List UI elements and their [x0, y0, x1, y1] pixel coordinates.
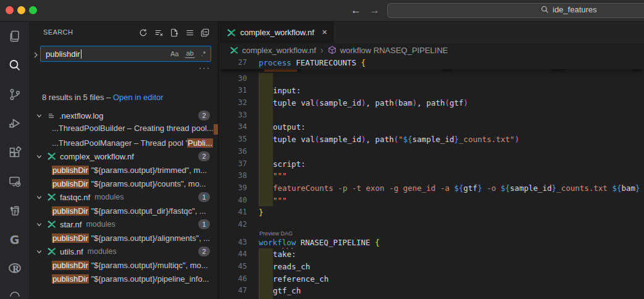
result-file-row[interactable]: utils.nfmodules2: [29, 245, 218, 258]
run-and-debug-icon[interactable]: [0, 109, 29, 138]
code-editor[interactable]: 27process FEATURECOUNTS { 3031input:32tu…: [219, 57, 644, 299]
code-line[interactable]: 39featureCounts -p -t exon -g gene_id -a…: [219, 182, 644, 195]
breadcrumb-symbol[interactable]: workflow RNASEQ_PIPELINE: [340, 46, 448, 55]
match-case-toggle[interactable]: Aa: [169, 49, 180, 58]
results-summary: 8 results in 5 files – Open in editor: [42, 93, 164, 102]
indent-scope-highlight: [259, 146, 273, 158]
tab-complex-workflow[interactable]: complex_workflow.nf ✕: [219, 22, 333, 43]
zoom-window-button[interactable]: [29, 6, 37, 14]
line-number: 44: [219, 248, 255, 261]
toggle-replace-chevron-icon[interactable]: [33, 50, 39, 61]
gitlens-icon[interactable]: G: [0, 225, 29, 254]
source-control-icon[interactable]: [0, 80, 29, 109]
code-line[interactable]: 40""": [219, 195, 644, 207]
result-match-row[interactable]: publishDir "${params.output}/alignments"…: [29, 231, 218, 245]
titlebar: ← → ide_features: [0, 0, 644, 22]
code-text: workflow RNASEQ_PIPELINE {: [259, 238, 380, 247]
code-line[interactable]: 44take:: [219, 248, 644, 261]
result-match-row[interactable]: ...ThreadPoolBuilder – Creating thread p…: [29, 122, 218, 136]
navigate-back-icon[interactable]: ←: [351, 4, 361, 17]
code-line[interactable]: 36: [219, 146, 644, 158]
search-view-icon[interactable]: [0, 51, 29, 80]
code-lines: 3031input:32tuple val(sample_id), path(b…: [219, 73, 644, 299]
result-match-row[interactable]: publishDir "${params.output}/trimmed", m…: [29, 163, 218, 177]
open-new-search-editor-icon[interactable]: [169, 28, 179, 38]
code-content: [255, 219, 644, 231]
token-pln: tuple val: [273, 98, 315, 107]
result-match-row[interactable]: publishDir "${params.output_dir}/fastqc"…: [29, 204, 218, 217]
view-as-list-icon[interactable]: [185, 28, 194, 38]
code-content: workflow RNASEQ_PIPELINE {···: [255, 237, 644, 249]
whole-word-toggle[interactable]: ab: [185, 49, 194, 58]
result-file-row[interactable]: fastqc.nfmodules1: [29, 190, 218, 204]
close-tab-icon[interactable]: ✕: [322, 28, 327, 36]
code-content: reference_ch: [255, 273, 644, 285]
result-match-row[interactable]: publishDir "${params.output}/multiqc", m…: [29, 258, 218, 272]
code-line[interactable]: 37script:: [219, 158, 644, 171]
match-count-badge: 1: [198, 219, 210, 229]
code-line[interactable]: 27process FEATURECOUNTS {: [219, 57, 644, 69]
code-line[interactable]: 47gtf_ch: [219, 285, 644, 297]
code-line[interactable]: 41}: [219, 206, 644, 219]
refresh-icon[interactable]: [138, 28, 148, 38]
match-context: "${params.output}/alignments", ...: [89, 234, 210, 243]
result-file-row[interactable]: complex_workflow.nf2: [29, 150, 218, 163]
code-line[interactable]: 43workflow RNASEQ_PIPELINE {···: [219, 237, 644, 249]
code-line[interactable]: 34output:: [219, 121, 644, 133]
breadcrumb-file[interactable]: complex_workflow.nf: [242, 46, 316, 55]
tab-label: complex_workflow.nf: [240, 28, 314, 37]
remote-explorer-icon[interactable]: [0, 167, 29, 196]
chevron-down-icon[interactable]: [36, 248, 43, 255]
code-line[interactable]: 33: [219, 109, 644, 122]
navigate-forward-icon[interactable]: →: [369, 4, 380, 17]
code-line[interactable]: 32tuple val(sample_id), path(bam), path(…: [219, 97, 644, 109]
code-line[interactable]: 38""": [219, 170, 644, 182]
search-input[interactable]: publishdir Aa ab .*: [40, 46, 211, 62]
code-line[interactable]: 31input:: [219, 85, 644, 97]
codelens-preview-dag[interactable]: Preview DAG: [219, 231, 644, 237]
explorer-icon[interactable]: [0, 22, 29, 51]
extensions-icon[interactable]: [0, 138, 29, 167]
match-highlight: Publi...: [187, 138, 213, 148]
minimize-window-button[interactable]: [17, 6, 25, 14]
open-in-editor-link[interactable]: Open in editor: [113, 93, 164, 102]
tab-bar: complex_workflow.nf ✕: [219, 22, 644, 43]
result-file-row[interactable]: star.nfmodules1: [29, 217, 218, 231]
token-par: ): [361, 135, 366, 144]
code-line[interactable]: 35tuple val(sample_id), path("${sample_i…: [219, 133, 644, 146]
token-brc: {: [361, 58, 366, 67]
collapse-all-icon[interactable]: [200, 28, 210, 38]
token-itp: ${: [454, 183, 464, 193]
chevron-down-icon[interactable]: [36, 112, 43, 119]
token-par: ): [464, 98, 469, 107]
token-pln: script:: [273, 159, 306, 169]
code-line[interactable]: 30: [219, 73, 644, 85]
code-line[interactable]: 46reference_ch: [219, 273, 644, 285]
result-match-row[interactable]: ...ThreadPoolManager – Thread pool 'Publ…: [29, 136, 218, 150]
r-language-icon[interactable]: R: [0, 254, 29, 283]
chevron-down-icon[interactable]: [36, 194, 43, 201]
line-number: 34: [219, 121, 255, 133]
indent-scope-highlight: [259, 170, 273, 182]
result-match-row[interactable]: publishDir "${params.output}/pipeline_in…: [29, 272, 218, 285]
code-content: }: [255, 206, 644, 219]
chevron-down-icon[interactable]: [36, 153, 43, 160]
code-text: }: [259, 208, 264, 217]
command-center[interactable]: ide_features: [387, 3, 644, 18]
code-line[interactable]: 45reads_ch: [219, 261, 644, 273]
line-number: 31: [219, 85, 255, 97]
indent-scope-highlight: [259, 195, 273, 207]
code-content: """: [255, 195, 644, 207]
document-sync-icon[interactable]: [0, 196, 29, 225]
close-window-button[interactable]: [6, 6, 14, 14]
result-match-row[interactable]: publishDir "${params.output}/counts", mo…: [29, 177, 218, 190]
result-file-row[interactable]: .nextflow.log2: [29, 109, 218, 122]
code-content: script:: [255, 158, 644, 171]
chevron-down-icon[interactable]: [36, 221, 43, 228]
clear-search-results-icon[interactable]: [154, 28, 164, 38]
toggle-search-details-icon[interactable]: ···: [199, 65, 211, 71]
sticky-scroll-line[interactable]: 27process FEATURECOUNTS {: [219, 57, 644, 69]
code-line[interactable]: 42: [219, 219, 644, 231]
match-text: publishDir "${params.output}/trimmed", m…: [52, 166, 207, 175]
regex-toggle[interactable]: .*: [200, 49, 207, 58]
